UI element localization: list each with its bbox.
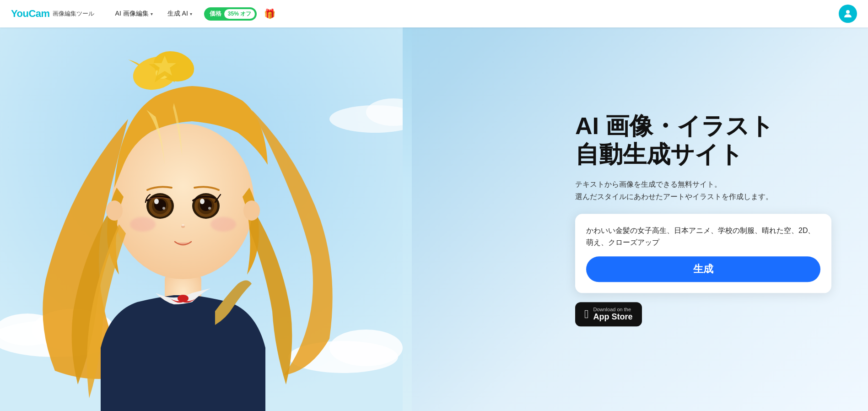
svg-point-20	[154, 199, 166, 211]
svg-point-27	[200, 199, 205, 204]
price-label: 価格	[210, 10, 221, 18]
discount-label: 35% オフ	[224, 9, 255, 19]
appstore-line1: Download on the	[593, 307, 633, 313]
svg-point-22	[162, 207, 165, 210]
nav-generate-ai-label: 生成 AI	[167, 10, 188, 18]
hero-title: AI 画像・イラスト 自動生成サイト	[575, 112, 831, 169]
hero-description: テキストから画像を生成できる無料サイト。選んだスタイルにあわせたアートやイラスト…	[575, 178, 831, 203]
svg-marker-12	[149, 53, 181, 82]
prompt-text: かわいい金髪の女子高生、日本アニメ、学校の制服、晴れた空、2D、萌え、クローズア…	[586, 225, 820, 248]
navbar: YouCam 画像編集ツール AI 画像編集 ▾ 生成 AI ▾ 価格 35% …	[0, 0, 868, 27]
svg-point-2	[0, 320, 119, 357]
svg-point-0	[846, 10, 850, 14]
hero-title-line1: AI 画像・イラスト	[575, 113, 774, 139]
hero-image-area	[0, 27, 412, 411]
hero-section: AI 画像・イラスト 自動生成サイト テキストから画像を生成できる無料サイト。選…	[0, 27, 868, 411]
svg-point-9	[129, 52, 182, 94]
appstore-badge[interactable]:  Download on the App Store	[575, 303, 642, 327]
svg-point-11	[156, 68, 169, 79]
svg-marker-13	[153, 56, 176, 76]
svg-point-10	[150, 47, 197, 86]
svg-point-23	[192, 193, 220, 219]
price-badge[interactable]: 価格 35% オフ	[204, 7, 257, 21]
svg-point-4	[0, 314, 59, 346]
generate-button[interactable]: 生成	[586, 257, 820, 282]
svg-point-21	[154, 199, 159, 204]
svg-point-29	[181, 225, 185, 228]
nav-ai-edit-label: AI 画像編集	[115, 10, 149, 18]
nav-links: AI 画像編集 ▾ 生成 AI ▾ 価格 35% オフ 🎁	[109, 6, 474, 22]
appstore-text: Download on the App Store	[593, 307, 633, 322]
svg-point-32	[210, 217, 236, 232]
svg-point-8	[366, 98, 403, 126]
svg-rect-14	[165, 275, 201, 320]
svg-point-17	[146, 193, 174, 219]
chevron-down-icon-2: ▾	[190, 11, 192, 16]
svg-point-5	[288, 341, 398, 373]
svg-point-18	[149, 195, 172, 217]
prompt-box: かわいい金髪の女子高生、日本アニメ、学校の制服、晴れた空、2D、萌え、クローズア…	[575, 214, 831, 293]
svg-point-30	[182, 224, 184, 226]
logo-area[interactable]: YouCam 画像編集ツール	[11, 8, 94, 20]
nav-ai-edit[interactable]: AI 画像編集 ▾	[109, 6, 159, 22]
svg-point-24	[194, 195, 217, 217]
user-avatar[interactable]	[839, 5, 857, 23]
hero-title-line2: 自動生成サイト	[575, 141, 743, 168]
svg-point-19	[152, 198, 168, 214]
svg-point-28	[208, 207, 211, 210]
svg-point-31	[130, 217, 156, 232]
svg-point-25	[198, 198, 214, 214]
svg-point-26	[200, 199, 212, 211]
gift-icon[interactable]: 🎁	[264, 8, 275, 19]
apple-icon: 	[584, 308, 589, 322]
svg-point-16	[112, 124, 254, 279]
chevron-down-icon: ▾	[151, 11, 153, 16]
svg-point-15	[178, 295, 189, 302]
nav-generate-ai[interactable]: 生成 AI ▾	[161, 6, 199, 22]
svg-point-33	[106, 200, 123, 221]
appstore-line2: App Store	[593, 313, 633, 322]
svg-point-34	[243, 200, 260, 221]
user-icon	[842, 8, 853, 19]
anime-illustration	[0, 27, 403, 411]
logo-brand: YouCam	[11, 8, 50, 20]
svg-rect-1	[0, 27, 403, 411]
svg-point-6	[329, 330, 403, 366]
svg-point-7	[329, 105, 403, 133]
hero-content: AI 画像・イラスト 自動生成サイト テキストから画像を生成できる無料サイト。選…	[575, 112, 831, 326]
svg-point-3	[32, 309, 114, 350]
logo-subtitle: 画像編集ツール	[53, 10, 94, 18]
